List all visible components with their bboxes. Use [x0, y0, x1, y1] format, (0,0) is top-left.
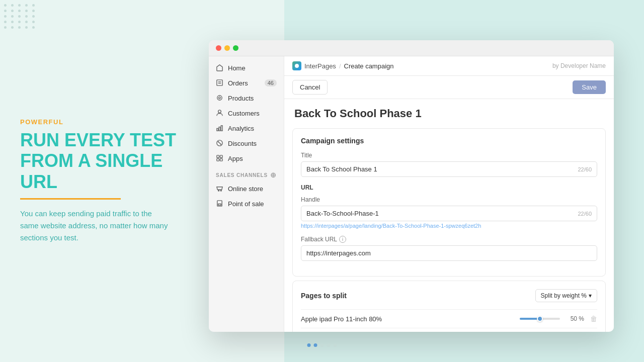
cancel-button[interactable]: Cancel [292, 80, 328, 95]
traffic-light-green[interactable] [233, 45, 238, 51]
svg-rect-15 [217, 158, 219, 161]
handle-group: Handle Back-To-School-Phase-1 22/60 http… [301, 196, 597, 229]
delete-page-1-icon[interactable]: 🗑 [590, 315, 597, 323]
campaign-settings-section: Campaign settings Title Back To School P… [292, 128, 606, 277]
slider-thumb-1[interactable] [537, 316, 543, 322]
sidebar-item-analytics[interactable]: Analytics [209, 121, 284, 136]
sales-channels-add-icon[interactable]: ⊕ [270, 171, 277, 179]
decorative-dots-bottom [307, 343, 337, 347]
pages-to-split-section: Pages to split Split by weight % ▾ Apple… [292, 281, 606, 332]
traffic-light-yellow[interactable] [224, 45, 230, 51]
sidebar-label-orders: Orders [228, 79, 248, 87]
sidebar-item-products[interactable]: Products [209, 90, 284, 106]
sidebar-item-apps[interactable]: Apps [209, 151, 284, 166]
svg-rect-16 [220, 158, 222, 161]
handle-url-hint: https://interpages/a/page/landing/Back-T… [301, 223, 597, 229]
svg-point-3 [217, 96, 222, 100]
subtext: You can keep sending paid traffic to the… [20, 208, 171, 244]
svg-point-5 [218, 110, 221, 113]
sales-channels-section: SALES CHANNELS ⊕ [209, 166, 284, 181]
handle-input[interactable]: Back-To-School-Phase-1 22/60 [301, 206, 597, 221]
sidebar-label-customers: Customers [228, 110, 260, 117]
home-icon [216, 64, 224, 72]
left-panel: POWERFUL RUN EVERY TEST FROM A SINGLE UR… [0, 0, 209, 362]
svg-rect-20 [218, 204, 221, 205]
sidebar-label-discounts: Discounts [228, 140, 257, 147]
fallback-info-icon[interactable]: i [339, 236, 346, 243]
handle-counter: 22/60 [578, 211, 592, 217]
sidebar-label-analytics: Analytics [228, 125, 254, 132]
customers-icon [216, 109, 224, 117]
title-group: Title Back To School Phase 1 22/60 [301, 152, 597, 177]
orders-badge: 46 [265, 79, 277, 86]
svg-rect-13 [217, 155, 219, 158]
sidebar-item-online-store[interactable]: Online store [209, 181, 284, 196]
title-bar [209, 40, 614, 56]
title-label: Title [301, 152, 597, 159]
title-input[interactable]: Back To School Phase 1 22/60 [301, 161, 597, 177]
main-header: InterPages / Create campaign by Develope… [284, 56, 614, 76]
chevron-down-icon: ▾ [589, 292, 592, 299]
sidebar-label-home: Home [228, 64, 246, 72]
apps-icon [216, 154, 224, 162]
title-value: Back To School Phase 1 [306, 165, 377, 173]
sidebar-item-orders[interactable]: Orders 46 [209, 75, 284, 90]
products-icon [216, 94, 224, 102]
dot-2 [314, 343, 317, 347]
campaign-settings-title: Campaign settings [301, 137, 597, 145]
app-window: Home Orders 46 [209, 40, 614, 332]
split-dropdown-label: Split by weight % [541, 292, 587, 299]
split-dropdown[interactable]: Split by weight % ▾ [535, 289, 597, 302]
slider-1[interactable] [520, 318, 560, 320]
page-title: Back To School Phase 1 [294, 107, 604, 120]
breadcrumb-app: InterPages [304, 62, 336, 70]
sales-channels-label: SALES CHANNELS [216, 172, 268, 178]
sidebar-label-point-of-sale: Point of sale [228, 200, 264, 208]
page-row-1: Apple ipad Pro 11-inch 80% 50 % 🗑 [301, 309, 597, 328]
sidebar-label-products: Products [228, 95, 254, 102]
svg-rect-0 [217, 80, 222, 85]
dot-5 [334, 343, 337, 347]
headline: RUN EVERY TEST FROM A SINGLE URL [20, 130, 189, 192]
orders-icon [216, 79, 224, 87]
dot-1 [307, 343, 311, 347]
toolbar: Cancel Save [284, 76, 614, 99]
sidebar-item-home[interactable]: Home [209, 60, 284, 75]
page-row-2: Apple ipad Pro 11-inch 75% 50 % 🗑 [301, 328, 597, 332]
svg-rect-8 [221, 126, 222, 131]
svg-point-18 [220, 190, 221, 191]
fallback-group: Fallback URL i https://interpages.com [301, 236, 597, 261]
svg-rect-7 [219, 127, 220, 131]
url-label: URL [301, 184, 597, 191]
split-header: Pages to split Split by weight % ▾ [301, 289, 597, 302]
handle-label: Handle [301, 196, 597, 203]
fallback-value: https://interpages.com [306, 249, 371, 257]
online-store-icon [216, 185, 224, 193]
percent-label-1: 50 % [566, 315, 584, 322]
sidebar-item-discounts[interactable]: Discounts [209, 136, 284, 151]
window-body: Home Orders 46 [209, 56, 614, 332]
point-of-sale-icon [216, 200, 224, 208]
breadcrumb-separator: / [339, 62, 341, 70]
title-counter: 22/60 [578, 166, 592, 172]
sidebar-item-customers[interactable]: Customers [209, 106, 284, 121]
traffic-light-red[interactable] [216, 45, 221, 51]
handle-value: Back-To-School-Phase-1 [306, 210, 379, 217]
svg-point-21 [295, 64, 299, 68]
sidebar: Home Orders 46 [209, 56, 284, 332]
svg-point-12 [220, 144, 221, 144]
developer-name: by Developer Name [552, 62, 606, 69]
svg-point-17 [218, 190, 219, 191]
analytics-icon [216, 124, 224, 132]
headline-line1: RUN EVERY TEST [20, 130, 176, 150]
save-button[interactable]: Save [573, 80, 606, 94]
headline-underline [20, 198, 121, 200]
headline-line2: FROM A SINGLE URL [20, 150, 163, 192]
fallback-input[interactable]: https://interpages.com [301, 245, 597, 261]
svg-rect-14 [220, 155, 222, 158]
sidebar-item-point-of-sale[interactable]: Point of sale [209, 196, 284, 211]
page-label-1: Apple ipad Pro 11-inch 80% [301, 315, 514, 323]
slider-track-1[interactable] [520, 318, 560, 320]
breadcrumb-current: Create campaign [344, 62, 394, 70]
breadcrumb: InterPages / Create campaign [292, 61, 394, 70]
